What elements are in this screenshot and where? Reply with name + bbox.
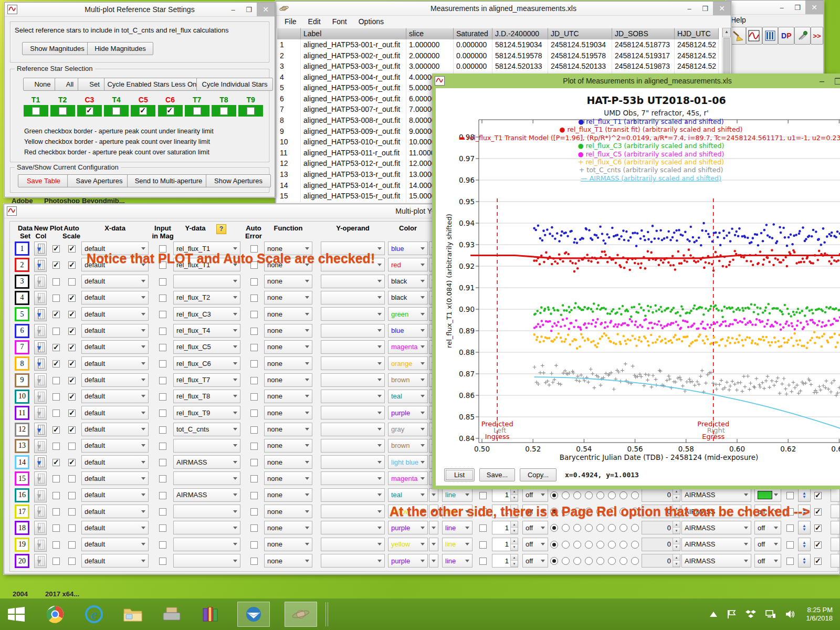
ydata-combo[interactable] (173, 275, 240, 288)
table-cell[interactable]: 13 (277, 170, 301, 181)
autoscale-checkbox[interactable] (68, 475, 76, 482)
page-rel-combo[interactable]: off (754, 538, 781, 551)
archive-drive-icon[interactable] (160, 602, 184, 626)
table-cell[interactable]: 7 (277, 104, 301, 116)
hidden-icons-chevron[interactable] (710, 612, 717, 617)
scale-radio[interactable] (585, 524, 593, 532)
plot-checkbox[interactable] (52, 245, 60, 253)
star-checkbox-c6[interactable] (166, 107, 174, 115)
yoperand-combo[interactable] (321, 373, 385, 387)
line-option-checkbox[interactable] (479, 541, 487, 549)
autoscale-checkbox[interactable] (68, 295, 76, 302)
column-header[interactable] (277, 28, 301, 39)
auto-error-checkbox[interactable] (250, 295, 258, 302)
plot-checkbox[interactable] (52, 508, 60, 516)
sweep-icon[interactable] (730, 27, 746, 45)
auto-error-checkbox[interactable] (250, 508, 258, 516)
table-cell[interactable]: 5 (277, 83, 301, 94)
desktop-icon-label[interactable]: 2004 (13, 590, 28, 598)
autoscale-checkbox[interactable] (68, 492, 76, 499)
shift-combo[interactable]: off (522, 521, 548, 534)
new-column-button[interactable]: ▼ (34, 340, 47, 354)
color-combo[interactable]: light blue (388, 455, 428, 469)
operand-combo[interactable]: AIRMASS (681, 538, 751, 551)
function-combo[interactable]: none (264, 455, 312, 469)
table-row[interactable]: 3aligned_HATP53-003-r_out.fit3.0000000.0… (277, 61, 719, 72)
table-cell[interactable]: aligned_HATP53-013-r_out.fit (301, 170, 406, 181)
function-combo[interactable]: none (264, 521, 312, 534)
data-processor-icon[interactable]: DP (778, 27, 794, 45)
star-checkbox-t2[interactable] (59, 107, 67, 115)
scale-radio[interactable] (550, 491, 558, 499)
xdata-combo[interactable]: default (81, 406, 149, 419)
autoscale-checkbox[interactable] (68, 508, 76, 516)
scale-radio[interactable] (608, 524, 616, 532)
xdata-combo[interactable]: default (81, 488, 149, 502)
table-cell[interactable]: aligned_HATP53-014-r_out.fit (301, 181, 406, 192)
scroll-thumb[interactable] (723, 38, 730, 76)
plot-checkbox[interactable] (52, 344, 60, 351)
table-cell[interactable]: aligned_HATP53-001-r_out.fit (301, 40, 406, 51)
function-combo[interactable]: none (264, 488, 312, 502)
astroimagej-icon[interactable] (285, 602, 317, 627)
autoscale-checkbox[interactable] (68, 311, 76, 318)
yoperand-combo[interactable] (321, 521, 385, 534)
pliers-icon[interactable] (794, 27, 811, 45)
scale-radio[interactable] (596, 491, 604, 499)
auto-error-checkbox[interactable] (250, 360, 258, 368)
star-checkbox-t9[interactable] (247, 107, 255, 115)
column-header[interactable]: J.D.-2400000 (492, 28, 548, 39)
plot-checkbox[interactable] (52, 492, 60, 499)
input-in-mag-checkbox[interactable] (159, 558, 166, 565)
shift-value-spinner[interactable]: 0▲▼ (642, 538, 680, 551)
input-in-mag-checkbox[interactable] (159, 541, 166, 549)
column-header[interactable]: JD_UTC (548, 28, 612, 39)
plot-checkbox[interactable] (52, 410, 60, 417)
shift-value-spinner[interactable]: 0▲▼ (642, 554, 680, 568)
plot-checkbox[interactable] (52, 524, 60, 532)
yoperand-combo[interactable] (321, 554, 385, 568)
close-button[interactable]: ✕ (257, 3, 275, 16)
table-cell[interactable]: aligned_HATP53-005-r_out.fit (301, 83, 406, 94)
yoperand-combo[interactable] (321, 390, 385, 403)
table-cell[interactable]: 15 (277, 191, 301, 202)
yoperand-combo[interactable] (321, 505, 385, 518)
new-column-button[interactable]: ▼ (34, 488, 47, 502)
ydata-combo[interactable]: rel_flux_T4 (173, 324, 240, 338)
star-checkbox-c5[interactable] (139, 107, 147, 115)
page-rel-combo[interactable] (754, 488, 781, 502)
new-column-button[interactable]: ▼ (34, 291, 47, 305)
autoscale-checkbox[interactable] (68, 377, 76, 384)
auto-error-checkbox[interactable] (250, 426, 258, 434)
table-cell[interactable]: aligned_HATP53-006-r_out.fit (301, 94, 406, 105)
column-header[interactable]: HJD_UTC (675, 28, 719, 39)
scale-radio[interactable] (585, 557, 593, 565)
auto-error-checkbox[interactable] (250, 541, 258, 549)
plot-checkbox[interactable] (52, 328, 60, 335)
color-combo[interactable]: yellow (388, 538, 428, 551)
table-cell[interactable]: aligned_HATP53-011-r_out.fit (301, 148, 406, 159)
minimize-button[interactable]: – (225, 3, 241, 16)
light-curve-plot[interactable]: 0.840.850.860.870.880.890.900.910.920.93… (436, 88, 840, 464)
color-combo[interactable]: red (388, 258, 428, 271)
yoperand-combo[interactable] (321, 307, 385, 321)
input-in-mag-checkbox[interactable] (159, 278, 166, 286)
maximize-button[interactable]: ❒ (241, 3, 257, 16)
swap-arrows-icon[interactable]: ▲▼ (798, 538, 811, 551)
plot-checkbox[interactable] (52, 443, 60, 450)
input-in-mag-checkbox[interactable] (159, 475, 166, 482)
plot-checkbox[interactable] (52, 541, 60, 549)
marker-combo-stub[interactable] (429, 538, 438, 551)
table-cell[interactable]: 2458124.52 (675, 51, 719, 62)
maximize-button[interactable]: ❒ (834, 77, 840, 87)
autoscale-checkbox[interactable] (68, 459, 76, 466)
auto-error-checkbox[interactable] (250, 475, 258, 482)
close-button[interactable]: ✕ (713, 2, 731, 15)
autoscale-checkbox[interactable] (68, 344, 76, 351)
maximize-button[interactable]: ❒ (790, 1, 805, 14)
plot-checkbox[interactable] (52, 426, 60, 434)
scale-radio[interactable] (573, 557, 581, 565)
yoperand-combo[interactable] (321, 406, 385, 419)
new-column-button[interactable]: ▼ (34, 373, 47, 387)
line-style-combo[interactable]: line (442, 538, 472, 551)
